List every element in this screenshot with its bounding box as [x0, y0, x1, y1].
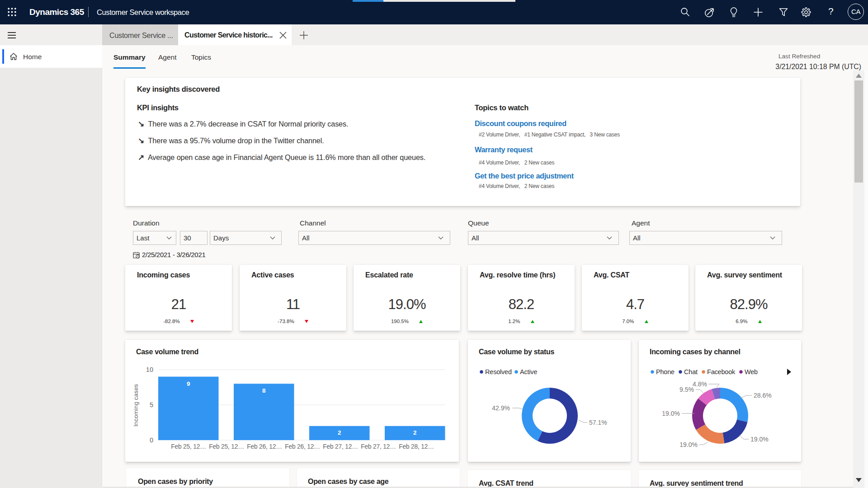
svg-text:Web: Web [745, 368, 758, 375]
svg-text:19.0%: 19.0% [750, 436, 769, 443]
svg-text:9.5%: 9.5% [679, 386, 694, 393]
svg-text:Resolved: Resolved [485, 368, 512, 375]
svg-text:Feb 26, 12…: Feb 26, 12… [285, 443, 320, 450]
svg-text:Chat: Chat [684, 368, 698, 375]
svg-text:Phone: Phone [656, 368, 675, 375]
svg-text:Active: Active [520, 368, 537, 375]
svg-text:9: 9 [187, 380, 190, 387]
svg-text:Incoming cases: Incoming cases [132, 384, 139, 427]
svg-text:57.1%: 57.1% [589, 419, 607, 426]
svg-text:2: 2 [413, 429, 417, 436]
svg-text:42.9%: 42.9% [492, 404, 510, 412]
svg-text:0: 0 [150, 436, 153, 444]
svg-text:19.0%: 19.0% [662, 410, 680, 417]
svg-text:Feb 25, 12…: Feb 25, 12… [209, 443, 244, 450]
svg-text:19.0%: 19.0% [679, 441, 698, 448]
svg-text:8: 8 [262, 387, 266, 394]
svg-text:2: 2 [338, 429, 341, 436]
svg-text:Feb 27, 12…: Feb 27, 12… [323, 443, 358, 450]
svg-text:28.6%: 28.6% [754, 392, 772, 399]
svg-text:Feb 26, 12…: Feb 26, 12… [247, 443, 282, 450]
svg-text:Facebook: Facebook [707, 368, 736, 375]
svg-text:10: 10 [146, 366, 153, 373]
svg-text:Feb 28, 12…: Feb 28, 12… [399, 443, 434, 450]
svg-text:Feb 27, 12…: Feb 27, 12… [361, 443, 396, 450]
svg-text:5: 5 [150, 401, 153, 408]
svg-text:Feb 25, 12…: Feb 25, 12… [171, 443, 206, 450]
svg-text:4.8%: 4.8% [693, 380, 707, 388]
